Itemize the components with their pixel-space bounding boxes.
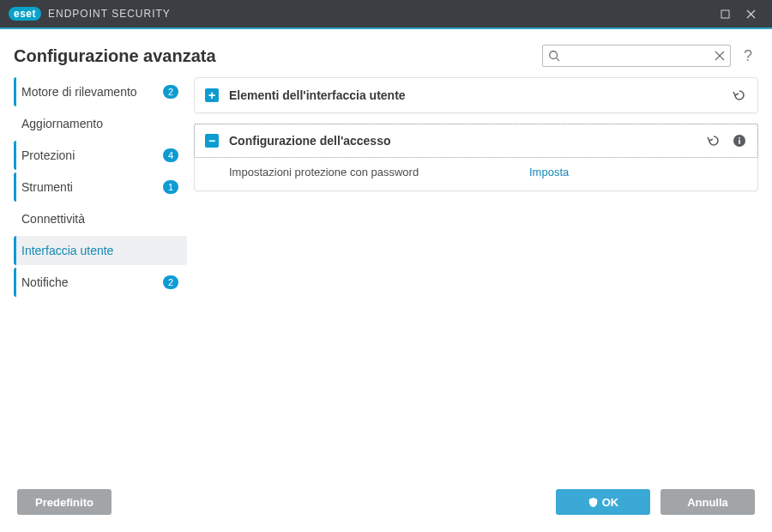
titlebar: eset ENDPOINT SECURITY [0, 0, 772, 27]
sidebar-item-update[interactable]: Aggiornamento [14, 109, 187, 138]
svg-point-3 [549, 51, 557, 59]
collapse-icon: − [205, 134, 219, 148]
panel-title: Elementi dell'interfaccia utente [229, 88, 732, 102]
sidebar-item-label: Strumenti [21, 180, 158, 194]
sidebar-badge: 1 [163, 180, 178, 194]
setting-label-password-protection: Impostazioni protezione con password [229, 166, 529, 178]
sidebar-item-label: Aggiornamento [21, 117, 178, 130]
content-area: + Elementi dell'interfaccia utente − Con… [194, 77, 758, 484]
cancel-button[interactable]: Annulla [660, 489, 755, 515]
window-close-button[interactable] [738, 0, 763, 27]
revert-icon[interactable] [732, 88, 747, 103]
info-icon[interactable] [732, 133, 747, 148]
sidebar-badge: 4 [163, 148, 178, 162]
window-maximize-button[interactable] [712, 0, 738, 27]
sidebar-item-label: Interfaccia utente [21, 244, 178, 257]
sidebar-item-tools[interactable]: Strumenti 1 [14, 172, 187, 202]
sidebar-badge: 2 [163, 85, 178, 99]
header-row: Configurazione avanzata ? [0, 29, 772, 77]
panel-access-config: − Configurazione dell'accesso Impostazio… [194, 124, 758, 191]
revert-icon[interactable] [706, 133, 721, 148]
panel-body-access-config: Impostazioni protezione con password Imp… [195, 157, 757, 190]
sidebar: Motore di rilevamento 2 Aggiornamento Pr… [14, 77, 194, 484]
footer: Predefinito OK Annulla [0, 484, 772, 532]
sidebar-item-label: Connettività [21, 212, 178, 226]
sidebar-badge: 2 [163, 275, 178, 289]
search-input[interactable] [561, 50, 712, 63]
shield-icon [588, 497, 599, 508]
panel-header-ui-elements[interactable]: + Elementi dell'interfaccia utente [195, 78, 757, 112]
ok-button-label: OK [602, 496, 619, 509]
panel-ui-elements: + Elementi dell'interfaccia utente [194, 77, 758, 113]
panel-header-access-config[interactable]: − Configurazione dell'accesso [194, 124, 758, 158]
expand-icon: + [205, 88, 219, 102]
product-name: ENDPOINT SECURITY [48, 8, 171, 20]
panel-title: Configurazione dell'accesso [229, 134, 706, 148]
help-button[interactable]: ? [738, 45, 758, 66]
clear-search-icon[interactable] [712, 51, 727, 61]
sidebar-item-label: Notifiche [21, 275, 158, 289]
brand-badge: eset [9, 7, 41, 21]
search-box[interactable] [542, 45, 731, 67]
sidebar-item-label: Motore di rilevamento [21, 85, 158, 99]
sidebar-item-protections[interactable]: Protezioni 4 [14, 141, 187, 170]
page-title: Configurazione avanzata [14, 46, 216, 66]
svg-line-4 [556, 58, 559, 62]
svg-rect-9 [739, 137, 740, 139]
setting-action-set-password[interactable]: Imposta [529, 166, 569, 178]
search-icon [546, 50, 561, 62]
svg-rect-0 [721, 10, 729, 18]
svg-rect-8 [739, 140, 740, 144]
sidebar-item-connectivity[interactable]: Connettività [14, 204, 187, 233]
sidebar-item-label: Protezioni [21, 148, 158, 162]
sidebar-item-user-interface[interactable]: Interfaccia utente [14, 236, 187, 265]
default-button[interactable]: Predefinito [17, 489, 112, 515]
sidebar-item-detection-engine[interactable]: Motore di rilevamento 2 [14, 77, 187, 106]
sidebar-item-notifications[interactable]: Notifiche 2 [14, 268, 187, 297]
ok-button[interactable]: OK [556, 489, 650, 515]
